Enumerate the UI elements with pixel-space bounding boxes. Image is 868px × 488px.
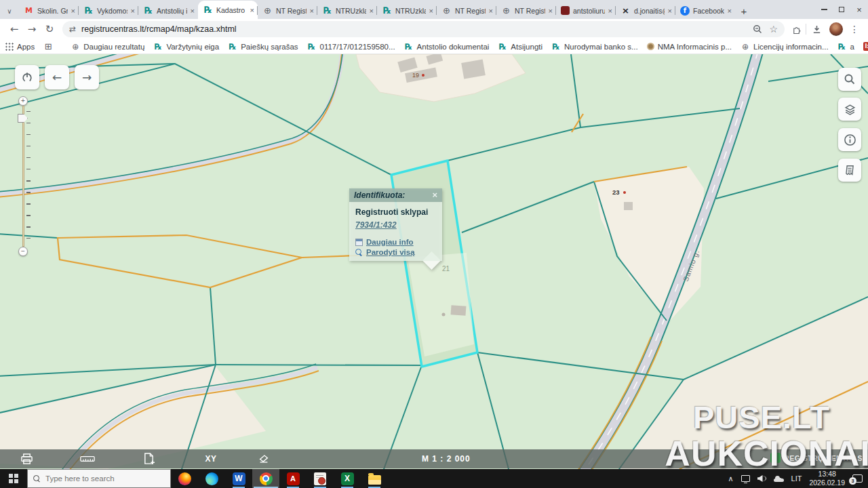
back-button[interactable]: ← (5, 20, 23, 38)
search-input[interactable] (45, 474, 154, 483)
tab-close-icon[interactable]: × (608, 7, 612, 15)
address-bar[interactable]: ⇄ registrucentras.lt/rcmap4/map/kzaa.xht… (62, 21, 785, 37)
taskbar-app-edge[interactable] (198, 469, 225, 488)
url-text[interactable]: registrucentras.lt/rcmap4/map/kzaa.xhtml (81, 24, 747, 34)
taskbar-app-firefox[interactable] (171, 469, 198, 488)
bookmark-item-9[interactable]: ℞a (837, 42, 854, 52)
reading-list-shortcut[interactable]: ⊞ (43, 42, 53, 52)
action-center-icon[interactable]: 3 (852, 474, 863, 483)
bookmark-item-3[interactable]: ℞0117/17/012159580... (307, 42, 395, 52)
bookmark-item-4[interactable]: ℞Antstolio dokumentai (404, 42, 490, 52)
print-button[interactable] (19, 452, 34, 466)
browser-tab-7[interactable]: ⊕NT Registra× (437, 2, 496, 19)
map-legend-button[interactable] (838, 159, 861, 182)
taskbar-app-word[interactable]: W (225, 469, 252, 488)
popup-close-icon[interactable]: × (432, 190, 437, 200)
browser-tab-3[interactable]: ℞Kadastro že× (198, 1, 258, 19)
parcel-number-link[interactable]: 7934/1:432 (355, 220, 397, 230)
bookmark-item-1[interactable]: ℞Varžytynių eiga (153, 42, 219, 52)
map-back-button[interactable]: ← (45, 65, 69, 89)
forward-button[interactable]: → (23, 20, 41, 38)
downloads-icon[interactable] (812, 24, 822, 35)
identify-off-button[interactable] (15, 65, 39, 89)
table-icon (355, 239, 363, 246)
bookmark-item-2[interactable]: ℞Paieškų sąrašas (228, 42, 298, 52)
zoom-level-icon[interactable] (753, 24, 762, 34)
close-button[interactable]: × (850, 0, 868, 19)
start-button[interactable] (0, 469, 27, 488)
zoom-slider-track[interactable] (22, 106, 24, 247)
apps-shortcut[interactable]: Apps (5, 43, 35, 51)
taskbar-search[interactable] (27, 469, 171, 488)
map-forward-button[interactable]: → (75, 65, 99, 89)
zoom-out-button[interactable]: − (18, 247, 28, 256)
tab-close-icon[interactable]: × (429, 7, 433, 15)
taskbar-app-explorer[interactable] (361, 469, 388, 488)
tray-chevron-icon[interactable]: ∧ (728, 474, 733, 483)
popup-header[interactable]: Identifikuota: × (349, 188, 442, 202)
rc-favicon-icon: ℞ (322, 5, 332, 16)
zoom-slider[interactable]: + − (18, 96, 30, 262)
show-all-link[interactable]: Parodyti visą (366, 248, 415, 256)
profile-avatar[interactable] (829, 22, 843, 36)
reload-button[interactable]: ↻ (41, 20, 58, 38)
tab-close-icon[interactable]: × (489, 7, 493, 15)
browser-tab-1[interactable]: ℞Vykdomosio× (79, 2, 138, 19)
bookmark-item-6[interactable]: ℞Nurodymai banko s... (551, 42, 638, 52)
tab-close-icon[interactable]: × (131, 7, 135, 15)
tab-close-icon[interactable]: × (370, 7, 374, 15)
language-indicator[interactable]: LIT (791, 474, 802, 483)
browser-tab-2[interactable]: ℞Antstolių inf× (138, 2, 198, 19)
measure-button[interactable] (80, 452, 95, 466)
tab-list-chevron-icon[interactable]: ∨ (0, 3, 19, 19)
taskbar-app-excel[interactable]: X (334, 469, 361, 488)
browser-tab-10[interactable]: ×d.jonaitis@× (616, 2, 675, 19)
map-layers-button[interactable] (838, 98, 861, 121)
bookmark-star-icon[interactable]: ☆ (769, 24, 778, 35)
more-info-link[interactable]: Daugiau info (366, 238, 414, 246)
browser-menu-icon[interactable]: ⋮ (850, 24, 859, 35)
show-all-row[interactable]: Parodyti visą (355, 248, 436, 256)
browser-tab-4[interactable]: ⊕NT Registra× (258, 2, 317, 19)
bookmark-item-0[interactable]: ⊕Daugiau rezultatų (71, 42, 144, 52)
extensions-puzzle-icon[interactable] (791, 24, 802, 35)
speaker-icon[interactable] (757, 474, 766, 483)
taskbar-clock[interactable]: 13:48 2026.02.19 (809, 470, 845, 487)
tab-close-icon[interactable]: × (668, 7, 672, 15)
map-info-button[interactable] (838, 128, 861, 151)
maximize-button[interactable] (833, 0, 850, 19)
tab-close-icon[interactable]: × (191, 7, 195, 15)
bookmark-item-10[interactable]: IxVykdymo išlaidos. (863, 42, 868, 51)
browser-tab-5[interactable]: ℞NTRUzklaus× (317, 2, 377, 19)
browser-tab-8[interactable]: ⊕NT Registra× (496, 2, 556, 19)
minimize-button[interactable] (815, 0, 833, 19)
taskbar-app-chrome[interactable] (252, 469, 279, 488)
tab-close-icon[interactable]: × (71, 7, 75, 15)
taskbar-app-acrobat[interactable]: A (279, 469, 307, 488)
bookmark-item-5[interactable]: ℞Atsijungti (498, 42, 542, 52)
taskbar-app-sign[interactable] (307, 469, 334, 488)
browser-tab-0[interactable]: MSkolin. Graž× (19, 2, 79, 19)
browser-tab-9[interactable]: antstoliurun× (556, 2, 616, 19)
eraser-button[interactable] (256, 452, 271, 466)
browser-tab-11[interactable]: fFacebook× (675, 2, 735, 19)
back-arrow-icon: ← (52, 70, 62, 84)
bookmark-item-7[interactable]: NMA Informacinis p... (647, 43, 732, 51)
bookmark-item-8[interactable]: ⊕Licencijų informacin... (741, 42, 829, 52)
add-page-button[interactable] (141, 452, 156, 466)
network-icon[interactable] (741, 475, 750, 482)
xy-coordinates-button[interactable]: XY (203, 452, 218, 466)
browser-tab-6[interactable]: ℞NTRUzklaus× (377, 2, 437, 19)
tab-close-icon[interactable]: × (549, 7, 553, 15)
tab-close-icon[interactable]: × (250, 6, 254, 14)
cadastral-map[interactable]: 19 23 21 Samio g. Identifikuota: × Regis… (0, 54, 868, 469)
onedrive-cloud-icon[interactable] (774, 476, 784, 482)
tab-close-icon[interactable]: × (310, 7, 314, 15)
more-info-row[interactable]: Daugiau info (355, 238, 436, 246)
tab-close-icon[interactable]: × (728, 7, 732, 15)
site-info-icon[interactable]: ⇄ (69, 24, 76, 34)
notification-badge: 3 (849, 477, 856, 485)
new-tab-button[interactable]: + (735, 3, 753, 19)
zoom-in-button[interactable]: + (18, 96, 28, 106)
map-search-button[interactable] (838, 68, 861, 91)
